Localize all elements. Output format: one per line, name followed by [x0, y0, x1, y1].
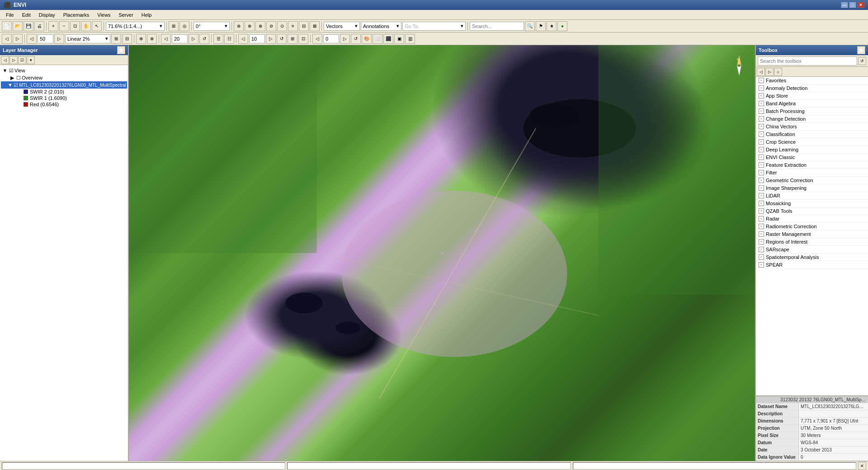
tree-view-item[interactable]: ▼ ☑ View [1, 67, 127, 74]
stretch-right[interactable]: ▷ [54, 34, 64, 44]
toolbox-item-anomaly-detection[interactable]: +Anomaly Detection [756, 85, 868, 92]
value1-input[interactable] [38, 34, 53, 43]
toolbox-item-regions-of-interest[interactable]: +Regions of Interest [756, 238, 868, 246]
tb2-btn8[interactable]: ☷ [224, 34, 234, 44]
toolbox-nav-fwd[interactable]: ▷ [765, 68, 774, 76]
toolbox-item-favorites[interactable]: +Favorites [756, 77, 868, 85]
refresh3-btn[interactable]: ↺ [351, 34, 361, 44]
tool-btn8[interactable]: ⊠ [310, 21, 320, 31]
stretch-left[interactable]: ◁ [27, 34, 37, 44]
contrast-left[interactable]: ◁ [238, 34, 248, 44]
toolbox-item-filter[interactable]: +Filter [756, 169, 868, 177]
maximize-button[interactable]: □ [849, 2, 856, 8]
toolbox-item-change-detection[interactable]: +Change Detection [756, 115, 868, 123]
zoom-fit-button[interactable]: ⊡ [70, 21, 80, 31]
layer-manager-close[interactable]: ⊠ [117, 46, 125, 54]
menu-help[interactable]: Help [137, 11, 156, 19]
tree-layer-item[interactable]: ▼ ☑ MTL_LC81230322013276LGN00_MTL_MultiS… [1, 81, 127, 89]
menu-display[interactable]: Display [35, 11, 59, 19]
color-btn2[interactable]: ⬜ [373, 34, 382, 44]
toolbox-item-sarscape[interactable]: +SARscape [756, 246, 868, 254]
open-button[interactable]: 📂 [13, 21, 23, 31]
print-button[interactable]: 🖨 [34, 21, 44, 31]
stretch-dropdown[interactable]: Linear 2% ▾ [65, 34, 110, 43]
toolbox-close[interactable]: ⊠ [857, 46, 865, 54]
toolbox-item-batch-processing[interactable]: +Batch Processing [756, 108, 868, 115]
toolbox-item-radiometric-correction[interactable]: +Radiometric Correction [756, 223, 868, 230]
toolbox-item-spear[interactable]: +SPEAR [756, 261, 868, 269]
brightness-left[interactable]: ◁ [161, 34, 171, 44]
minimize-button[interactable]: — [841, 2, 848, 8]
value2-input[interactable] [172, 34, 188, 43]
toolbox-item-geometric-correction[interactable]: +Geometric Correction [756, 177, 868, 184]
refresh2-btn[interactable]: ↺ [277, 34, 287, 44]
nav-btn2[interactable]: ◎ [179, 21, 189, 31]
new-button[interactable]: 📄 [2, 21, 12, 31]
toolbox-item-lidar[interactable]: +LiDAR [756, 192, 868, 200]
toolbox-item-app-store[interactable]: +App Store [756, 92, 868, 100]
toolbox-item-spatiotemporal-analysis[interactable]: +Spatiotemporal Analysis [756, 254, 868, 261]
brightness-right[interactable]: ▷ [189, 34, 198, 44]
bookmark3[interactable]: ● [557, 21, 567, 31]
tree-band3-item[interactable]: Red (0.6546) [1, 101, 127, 108]
tool-btn7[interactable]: ⊟ [299, 21, 309, 31]
color-btn4[interactable]: ▣ [394, 34, 404, 44]
lm-expand-btn[interactable]: ▷ [9, 56, 18, 64]
search-go-button[interactable]: 🔍 [525, 21, 535, 31]
color-btn1[interactable]: 🎨 [362, 34, 372, 44]
toolbox-item-mosaicking[interactable]: +Mosaicking [756, 200, 868, 207]
status-close-btn[interactable]: ✕ [858, 462, 866, 470]
toolbox-item-classification[interactable]: +Classification [756, 131, 868, 138]
value3-input[interactable] [249, 34, 265, 43]
lm-collapse-btn[interactable]: ◁ [1, 56, 9, 64]
value4-input[interactable] [323, 34, 339, 43]
tool-btn5[interactable]: ⊙ [277, 21, 287, 31]
map-area[interactable]: N [129, 45, 755, 461]
toolbox-home[interactable]: ⌂ [774, 68, 782, 76]
gamma-left[interactable]: ◁ [312, 34, 322, 44]
select-button[interactable]: ↖ [92, 21, 102, 31]
toolbox-search-input[interactable] [758, 56, 857, 66]
goto-dropdown[interactable]: Go To ▾ [402, 22, 466, 31]
tree-band2-item[interactable]: SWIR 1 (1.6090) [1, 95, 127, 101]
toolbox-item-feature-extraction[interactable]: +Feature Extraction [756, 161, 868, 169]
zoom-out-button[interactable]: − [59, 21, 69, 31]
tb2-btn3[interactable]: ⊞ [111, 34, 121, 44]
annotations-dropdown[interactable]: Annotations ▾ [361, 22, 401, 31]
toolbox-refresh-btn[interactable]: ↺ [858, 57, 866, 65]
menu-placemarks[interactable]: Placemarks [59, 11, 93, 19]
tb2-btn4[interactable]: ⊟ [122, 34, 132, 44]
toolbox-item-crop-science[interactable]: +Crop Science [756, 138, 868, 146]
tree-overview-item[interactable]: ▶ ☐ Overview [1, 74, 127, 81]
tb2-btn10[interactable]: ⊡ [298, 34, 308, 44]
toolbox-nav-back[interactable]: ◁ [757, 68, 765, 76]
menu-file[interactable]: File [2, 11, 18, 19]
toolbox-item-envi-classic[interactable]: +ENVI Classic [756, 154, 868, 161]
zoom-dropdown[interactable]: 71.6% (1:1.4...) ▾ [106, 22, 165, 31]
lm-dropdown-btn[interactable]: ▾ [27, 56, 35, 64]
vectors-dropdown[interactable]: Vectors ▾ [324, 22, 360, 31]
tool-btn2[interactable]: ⊕ [245, 21, 255, 31]
menu-edit[interactable]: Edit [18, 11, 35, 19]
tb2-btn2[interactable]: ▷ [13, 34, 23, 44]
toolbox-item-raster-management[interactable]: +Raster Management [756, 230, 868, 238]
rotation-dropdown[interactable]: 0° ▾ [193, 22, 230, 31]
gamma-right[interactable]: ▷ [340, 34, 350, 44]
menu-views[interactable]: Views [93, 11, 114, 19]
save-button[interactable]: 💾 [24, 21, 33, 31]
pan-button[interactable]: ✋ [81, 21, 91, 31]
tool-btn1[interactable]: ⊛ [234, 21, 244, 31]
color-btn5[interactable]: ▥ [405, 34, 415, 44]
tb2-btn9[interactable]: ⊞ [288, 34, 297, 44]
bookmark1[interactable]: ⚑ [536, 21, 546, 31]
toolbox-item-deep-learning[interactable]: +Deep Learning [756, 146, 868, 154]
bookmark2[interactable]: ★ [547, 21, 557, 31]
tool-btn4[interactable]: ⊘ [266, 21, 276, 31]
contrast-right[interactable]: ▷ [266, 34, 276, 44]
toolbox-item-radar[interactable]: +Radar [756, 215, 868, 223]
menu-server[interactable]: Server [114, 11, 137, 19]
toolbox-item-band-algebra[interactable]: +Band Algebra [756, 100, 868, 108]
lm-check-btn[interactable]: ☑ [18, 56, 26, 64]
toolbox-item-image-sharpening[interactable]: +Image Sharpening [756, 184, 868, 192]
close-button[interactable]: ✕ [857, 2, 864, 8]
